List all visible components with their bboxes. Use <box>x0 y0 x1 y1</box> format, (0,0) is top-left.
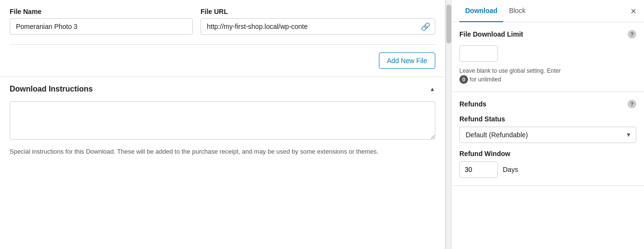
file-name-input[interactable] <box>10 18 193 35</box>
file-download-limit-header: File Download Limit ? <box>459 30 636 39</box>
collapse-icon[interactable]: ▲ <box>429 86 435 92</box>
instructions-section-title: Download Instructions <box>10 85 93 93</box>
instructions-help: Special instructions for this Download. … <box>10 147 435 157</box>
file-url-input[interactable] <box>201 18 435 35</box>
refund-window-input[interactable] <box>459 161 498 178</box>
sidebar: Download Block × File Download Limit ? L… <box>451 0 644 249</box>
file-name-input-wrap <box>10 18 193 35</box>
refund-status-select[interactable]: Default (Refundable) Refundable Non-Refu… <box>459 127 636 143</box>
refunds-title: Refunds <box>459 100 486 108</box>
file-download-limit-help-icon[interactable]: ? <box>628 30 636 39</box>
file-url-label: File URL <box>201 8 435 15</box>
add-new-file-button[interactable]: Add New File <box>379 52 435 69</box>
scrollbar-track[interactable] <box>445 0 451 249</box>
file-download-limit-section: File Download Limit ? Leave blank to use… <box>452 22 644 92</box>
download-instructions-section: Download Instructions ▲ Special instruct… <box>0 77 445 164</box>
file-download-limit-title: File Download Limit <box>459 30 523 38</box>
zero-badge: 0 <box>459 75 468 84</box>
instructions-section-header: Download Instructions ▲ <box>10 85 435 93</box>
add-file-row: Add New File <box>0 45 445 77</box>
refund-window-unit: Days <box>503 166 518 173</box>
scrollbar-thumb[interactable] <box>446 5 451 43</box>
main-content: File Name File URL 🔗 Add New File Downlo… <box>0 0 445 249</box>
refunds-header: Refunds ? <box>459 100 636 108</box>
tab-download[interactable]: Download <box>459 0 503 22</box>
tab-block[interactable]: Block <box>503 0 531 22</box>
instructions-textarea[interactable] <box>10 101 435 140</box>
refund-window-label: Refund Window <box>459 150 636 157</box>
file-url-input-wrap: 🔗 <box>201 18 435 35</box>
sidebar-tabs: Download Block × <box>452 0 644 22</box>
file-name-field: File Name <box>10 8 193 35</box>
refunds-help-icon[interactable]: ? <box>628 100 636 108</box>
refund-status-label: Refund Status <box>459 115 636 123</box>
refund-status-select-wrap: Default (Refundable) Refundable Non-Refu… <box>459 127 636 143</box>
file-row: File Name File URL 🔗 <box>0 0 445 44</box>
limit-help-text: Leave blank to use global setting. Enter… <box>459 66 636 84</box>
file-url-field: File URL 🔗 <box>201 8 435 35</box>
link-icon[interactable]: 🔗 <box>421 22 430 31</box>
refunds-section: Refunds ? Refund Status Default (Refunda… <box>452 92 644 186</box>
refund-window-row: Days <box>459 161 636 178</box>
close-button[interactable]: × <box>631 6 636 16</box>
file-name-label: File Name <box>10 8 193 15</box>
file-download-limit-input[interactable] <box>459 45 498 62</box>
